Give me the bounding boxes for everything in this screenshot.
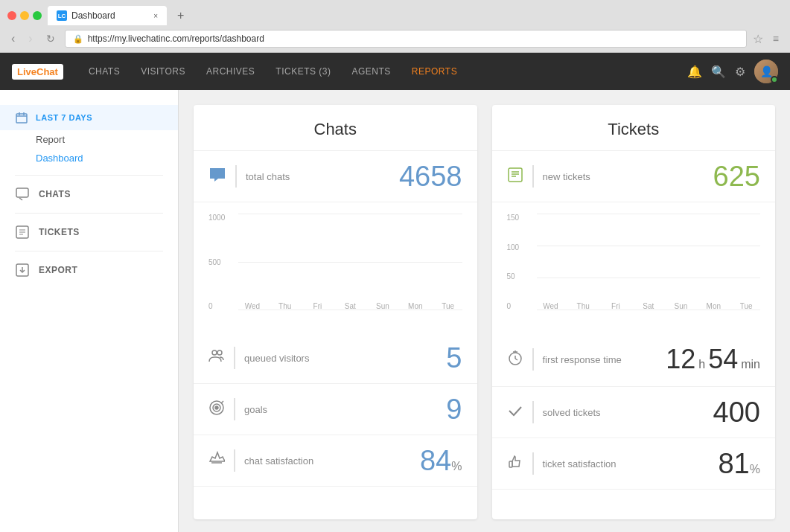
y-label-bot: 0 bbox=[208, 302, 235, 310]
ticket-satisfaction-unit: % bbox=[750, 463, 760, 476]
new-tab-button[interactable]: + bbox=[173, 9, 188, 22]
ty-label-mid1: 100 bbox=[507, 243, 533, 251]
address-bar[interactable]: 🔒 https://my.livechatinc.com/reports/das… bbox=[65, 30, 747, 48]
sidebar: LAST 7 DAYS Report Dashboard CHATS bbox=[0, 90, 179, 532]
close-button[interactable] bbox=[7, 11, 16, 20]
tickets-card: Tickets new tickets 625 bbox=[492, 105, 776, 519]
back-button[interactable]: ‹ bbox=[7, 31, 19, 47]
y-label-mid: 500 bbox=[208, 258, 235, 266]
goals-stat: goals 9 bbox=[194, 384, 477, 435]
solved-value: 400 bbox=[713, 398, 760, 426]
livechat-logo[interactable]: LiveChat bbox=[12, 64, 63, 80]
ticket-icon bbox=[507, 167, 523, 187]
browser-chrome: LC Dashboard × + ‹ › ↻ 🔒 https://my.live… bbox=[0, 0, 790, 53]
total-chats-label: total chats bbox=[246, 171, 390, 182]
sidebar-divider-1 bbox=[15, 175, 163, 176]
nav-item-archives[interactable]: ARCHIVES bbox=[196, 53, 265, 90]
last7days-label: LAST 7 DAYS bbox=[36, 113, 92, 122]
minimize-button[interactable] bbox=[20, 11, 29, 20]
nav-item-chats[interactable]: CHATS bbox=[78, 53, 130, 90]
browser-tab[interactable]: LC Dashboard × bbox=[48, 6, 167, 25]
sidebar-divider-2 bbox=[15, 213, 163, 214]
goals-label: goals bbox=[244, 404, 437, 415]
stat-divider-t1 bbox=[532, 165, 534, 188]
app-header: LiveChat CHATS VISITORS ARCHIVES TICKETS… bbox=[0, 53, 790, 90]
satisfaction-value: 84 bbox=[420, 446, 451, 475]
goals-value: 9 bbox=[446, 395, 462, 423]
sidebar-item-export[interactable]: EXPORT bbox=[0, 255, 178, 285]
tab-close-icon[interactable]: × bbox=[153, 12, 158, 20]
tbar-mon: Mon bbox=[699, 300, 727, 310]
browser-titlebar: LC Dashboard × + bbox=[0, 0, 790, 25]
tickets-chart-bars: Wed Thu Fri Sat bbox=[537, 214, 761, 310]
traffic-lights bbox=[7, 11, 42, 20]
tbar-wed: Wed bbox=[537, 300, 565, 310]
bar-thu: Thu bbox=[271, 300, 299, 310]
svg-point-12 bbox=[212, 350, 217, 355]
tickets-chart-area: 150 100 50 0 Wed bbox=[507, 214, 761, 325]
chat-satisfaction-stat: chat satisfaction 84 % bbox=[194, 435, 477, 487]
satisfaction-label: chat satisfaction bbox=[244, 455, 411, 467]
bar-sat: Sat bbox=[336, 300, 364, 310]
nav-item-agents[interactable]: AGENTS bbox=[342, 53, 401, 90]
chats-card-title: Chats bbox=[194, 105, 477, 151]
queue-icon bbox=[208, 348, 225, 368]
chats-chart-area: 1000 500 0 Wed bbox=[208, 214, 462, 325]
ty-label-bot: 0 bbox=[507, 302, 533, 310]
stat-divider-t4 bbox=[532, 452, 534, 475]
response-h-unit: h bbox=[698, 358, 705, 371]
refresh-button[interactable]: ↻ bbox=[42, 31, 59, 46]
online-status-dot bbox=[771, 76, 778, 83]
chats-card: Chats total chats 4658 1000 500 bbox=[194, 105, 477, 519]
sidebar-subitem-dashboard[interactable]: Dashboard bbox=[36, 149, 178, 167]
svg-line-24 bbox=[515, 359, 517, 360]
header-actions: 🔔 🔍 ⚙ 👤 bbox=[687, 60, 778, 83]
sidebar-subsection: Report Dashboard bbox=[0, 130, 178, 167]
stat-divider-3 bbox=[234, 398, 235, 420]
content-area: Chats total chats 4658 1000 500 bbox=[179, 90, 790, 532]
bar-fri: Fri bbox=[304, 300, 332, 310]
goals-icon bbox=[208, 400, 225, 420]
ty-label-mid2: 50 bbox=[507, 272, 533, 281]
sidebar-item-last7days[interactable]: LAST 7 DAYS bbox=[0, 105, 178, 130]
nav-item-visitors[interactable]: VISITORS bbox=[130, 53, 196, 90]
bookmark-icon[interactable]: ☆ bbox=[753, 32, 763, 46]
sidebar-item-chats[interactable]: CHATS bbox=[0, 179, 178, 209]
sidebar-subitem-report[interactable]: Report bbox=[36, 130, 178, 149]
logo-live: Live bbox=[17, 66, 36, 77]
tickets-label: TICKETS bbox=[39, 227, 80, 237]
forward-button[interactable]: › bbox=[25, 31, 36, 47]
main-layout: LAST 7 DAYS Report Dashboard CHATS bbox=[0, 90, 790, 532]
stat-divider bbox=[235, 165, 237, 188]
svg-point-13 bbox=[217, 350, 222, 355]
avatar[interactable]: 👤 bbox=[754, 60, 778, 83]
response-min-unit: min bbox=[741, 358, 760, 371]
nav-item-reports[interactable]: REPORTS bbox=[401, 53, 468, 90]
new-tickets-value: 625 bbox=[713, 162, 760, 190]
ticket-satisfaction-label: ticket satisfaction bbox=[543, 458, 710, 469]
svg-line-5 bbox=[19, 198, 22, 200]
ticket-satisfaction-stat: ticket satisfaction 81 % bbox=[492, 438, 776, 490]
main-nav: CHATS VISITORS ARCHIVES TICKETS (3) AGEN… bbox=[78, 53, 687, 90]
calendar-icon bbox=[15, 111, 28, 124]
queued-label: queued visitors bbox=[244, 353, 437, 364]
tickets-card-title: Tickets bbox=[492, 105, 776, 151]
response-label: first response time bbox=[543, 354, 657, 365]
chats-icon bbox=[15, 187, 30, 202]
url-text: https://my.livechatinc.com/reports/dashb… bbox=[88, 33, 264, 44]
search-icon[interactable]: 🔍 bbox=[711, 65, 726, 79]
svg-rect-27 bbox=[509, 461, 512, 467]
nav-item-tickets[interactable]: TICKETS (3) bbox=[265, 53, 341, 90]
tbar-tue: Tue bbox=[732, 300, 760, 310]
menu-icon[interactable]: ≡ bbox=[769, 31, 783, 46]
tbar-thu: Thu bbox=[569, 300, 597, 310]
chats-y-labels: 1000 500 0 bbox=[208, 214, 235, 310]
thumbs-up-icon bbox=[507, 454, 523, 474]
response-min-value: 54 bbox=[708, 344, 738, 375]
checkmark-icon bbox=[507, 403, 523, 423]
maximize-button[interactable] bbox=[33, 11, 42, 20]
sidebar-item-tickets[interactable]: TICKETS bbox=[0, 217, 178, 247]
notifications-icon[interactable]: 🔔 bbox=[687, 65, 702, 79]
settings-icon[interactable]: ⚙ bbox=[735, 65, 745, 79]
stat-divider-t3 bbox=[532, 401, 534, 423]
